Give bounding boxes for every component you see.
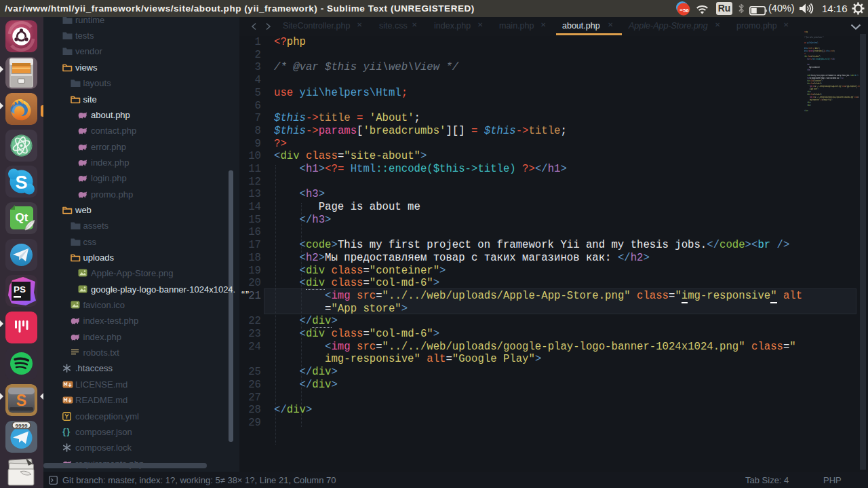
svg-text:Qt: Qt: [16, 211, 28, 224]
svg-text:S: S: [15, 172, 27, 193]
svg-text:9999: 9999: [16, 423, 28, 429]
svg-text:56: 56: [683, 7, 688, 14]
svg-text:S: S: [16, 392, 26, 409]
svg-text:PS: PS: [14, 284, 26, 295]
